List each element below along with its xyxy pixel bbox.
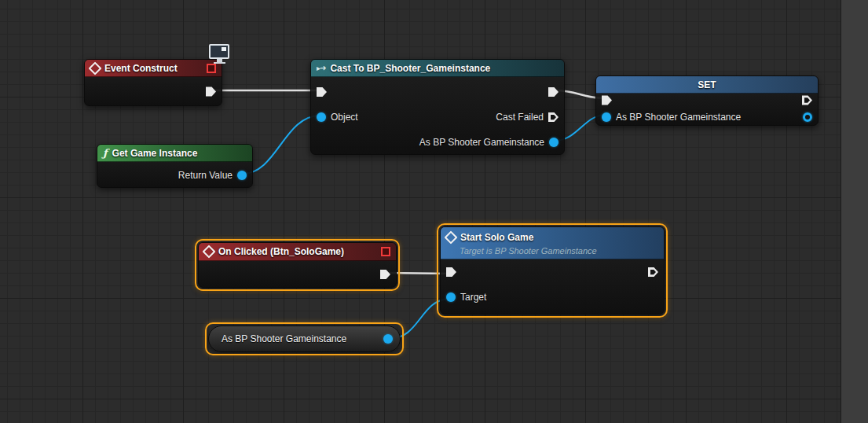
node-start-solo-game[interactable]: Start Solo Game Target is BP Shooter Gam…: [440, 226, 665, 314]
cast-icon: ▸➜: [317, 64, 325, 72]
monitor-screen: [209, 44, 229, 59]
node-header: Start Solo Game Target is BP Shooter Gam…: [441, 227, 664, 259]
cast-failed-exec-pin[interactable]: [548, 112, 559, 123]
exec-out-pin[interactable]: [380, 270, 390, 280]
delegate-icon: [207, 64, 216, 73]
right-gutter: [841, 0, 868, 423]
monitor-icon: [209, 44, 229, 64]
pin-row: [85, 77, 222, 106]
pin-row: As BP Shooter Gameinstance: [596, 107, 818, 127]
exec-in-pin[interactable]: [602, 95, 612, 105]
node-header: Event Construct: [85, 60, 222, 77]
node-title: Cast To BP_Shooter_Gameinstance: [330, 63, 490, 74]
wire-gameinstance-to-object[interactable]: [243, 116, 320, 174]
exec-out-pin[interactable]: [648, 267, 658, 278]
pin-label: Object: [331, 112, 358, 123]
pin-row: Object Cast Failed: [311, 105, 564, 130]
node-set-variable[interactable]: SET As BP Shooter Gameinstance: [595, 75, 819, 126]
node-title: SET: [698, 79, 716, 90]
exec-in-pin[interactable]: [317, 87, 327, 97]
function-call-icon: [445, 231, 458, 245]
as-bp-gameinstance-in-pin[interactable]: [602, 112, 611, 122]
event-icon: [89, 61, 102, 75]
exec-out-pin[interactable]: [548, 87, 559, 97]
node-title: Start Solo Game: [460, 232, 533, 243]
node-cast-to-bp-shooter-gameinstance[interactable]: ▸➜ Cast To BP_Shooter_Gameinstance Objec…: [310, 59, 565, 155]
node-on-clicked-btn-sologame[interactable]: On Clicked (Btn_SoloGame): [198, 242, 397, 288]
node-header: On Clicked (Btn_SoloGame): [199, 243, 396, 261]
monitor-base: [214, 62, 225, 64]
node-variable-getter-as-bp-shooter-gameinstance[interactable]: As BP Shooter Gameinstance: [208, 326, 401, 352]
set-output-pin[interactable]: [803, 112, 812, 122]
pin-row: Target: [441, 285, 664, 310]
node-header: SET: [596, 76, 818, 94]
as-bp-gameinstance-out-pin[interactable]: [549, 138, 559, 147]
node-get-game-instance[interactable]: ƒ Get Game Instance Return Value: [97, 144, 253, 188]
node-title: Get Game Instance: [112, 148, 198, 159]
pin-row: [596, 94, 818, 107]
event-icon: [203, 245, 216, 259]
function-icon: ƒ: [103, 148, 108, 158]
pin-row: [199, 261, 396, 288]
variable-label: As BP Shooter Gameinstance: [222, 333, 346, 344]
exec-out-pin[interactable]: [802, 95, 812, 105]
getter-output-pin[interactable]: [383, 334, 393, 344]
pin-row: [441, 259, 664, 285]
pin-label: As BP Shooter Gameinstance: [616, 112, 741, 123]
node-header: ▸➜ Cast To BP_Shooter_Gameinstance: [311, 60, 564, 77]
node-header: ƒ Get Game Instance: [97, 145, 252, 162]
pin-row: [311, 79, 564, 105]
exec-in-pin[interactable]: [446, 267, 456, 278]
pin-label: As BP Shooter Gameinstance: [419, 137, 544, 148]
blueprint-editor-viewport: Event Construct ▸➜ Cast To BP_Shooter_Ga…: [0, 0, 868, 423]
pin-label: Return Value: [178, 170, 233, 181]
node-title: On Clicked (Btn_SoloGame): [218, 246, 344, 257]
pin-label: Target: [460, 292, 486, 303]
pin-row: As BP Shooter Gameinstance: [311, 130, 564, 155]
pin-row: Return Value: [97, 162, 252, 188]
exec-out-pin[interactable]: [206, 86, 216, 97]
node-title: Event Construct: [104, 63, 178, 74]
delegate-icon: [381, 247, 390, 256]
object-pin[interactable]: [317, 112, 326, 122]
target-pin[interactable]: [446, 292, 456, 302]
node-event-construct[interactable]: Event Construct: [84, 59, 222, 106]
return-value-pin[interactable]: [237, 171, 247, 180]
pin-label: Cast Failed: [496, 112, 544, 123]
node-subtitle: Target is BP Shooter Gameinstance: [446, 246, 658, 256]
